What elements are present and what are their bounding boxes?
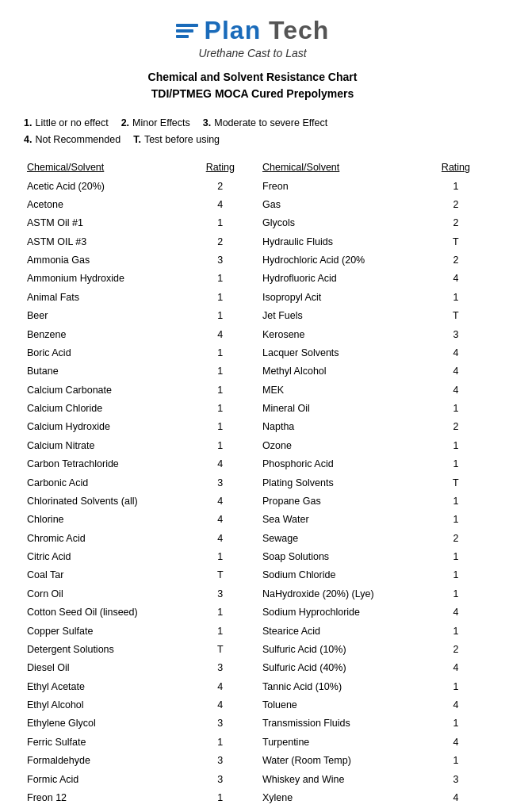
right-chemical-cell: Whiskey and Wine: [259, 771, 430, 789]
right-table-row: Hydrochloric Acid (20% 2: [259, 251, 481, 270]
left-chemical-cell: Copper Sulfate: [24, 622, 195, 641]
left-chemical-cell: Ammonium Hydroxide: [24, 270, 195, 288]
right-table-row: Hydraulic Fluids T: [259, 233, 481, 251]
right-table-row: Methyl Alcohol 4: [259, 362, 481, 381]
right-rating-cell: 3: [430, 771, 481, 789]
right-rating-cell: 4: [430, 362, 481, 381]
left-table-row: Cotton Seed Oil (linseed) 1: [24, 603, 246, 622]
left-rating-cell: 1: [195, 214, 246, 232]
right-rating-cell: 1: [430, 289, 481, 307]
left-chemical-cell: Ferric Sulfate: [24, 733, 195, 752]
left-rating-cell: 1: [195, 307, 246, 325]
right-rating-cell: 4: [430, 789, 481, 807]
right-table-row: Glycols 2: [259, 214, 481, 232]
chart-title: Chemical and Solvent Resistance Chart TD…: [24, 69, 481, 102]
right-rating-cell: 1: [430, 548, 481, 566]
left-rating-cell: 4: [195, 530, 246, 548]
left-rating-cell: 1: [195, 548, 246, 566]
right-rating-cell: 4: [430, 270, 481, 288]
right-table-row: NaHydroxide (20%) (Lye) 1: [259, 585, 481, 603]
left-table-row: Formaldehyde 3: [24, 752, 246, 770]
left-rating-cell: 3: [195, 771, 246, 789]
left-chemical-cell: Calcium Nitrate: [24, 437, 195, 455]
right-chemical-cell: Kerosene: [259, 326, 430, 344]
left-rating-cell: 3: [195, 752, 246, 770]
right-table-row: Phosphoric Acid 1: [259, 455, 481, 473]
left-rating-cell: 1: [195, 289, 246, 307]
right-table-row: Sulfuric Acid (40%) 4: [259, 659, 481, 677]
right-rating-cell: 1: [430, 492, 481, 511]
right-table-row: Sewage 2: [259, 530, 481, 548]
left-rating-cell: 1: [195, 270, 246, 288]
left-rating-cell: 4: [195, 492, 246, 511]
left-chemical-cell: Calcium Chloride: [24, 400, 195, 418]
right-chemical-cell: Soap Solutions: [259, 548, 430, 566]
legend-label-4: Not Recommended: [35, 132, 121, 148]
left-table-row: Beer 1: [24, 307, 246, 325]
left-rating-cell: 4: [195, 196, 246, 214]
right-rating-cell: 3: [430, 326, 481, 344]
left-table-row: Carbon Tetrachloride 4: [24, 455, 246, 473]
right-rating-cell: 1: [430, 566, 481, 584]
left-rating-cell: 1: [195, 418, 246, 436]
left-rating-cell: 1: [195, 437, 246, 455]
left-table-row: Acetone 4: [24, 196, 246, 214]
left-rating-cell: 1: [195, 603, 246, 622]
right-chemical-cell: Hydrochloric Acid (20%: [259, 251, 430, 270]
left-rating-cell: 4: [195, 678, 246, 696]
left-rating-cell: 1: [195, 622, 246, 641]
legend-label-t: Test before using: [144, 132, 220, 148]
legend-num-1: 1.: [24, 115, 32, 132]
left-rating-header: Rating: [195, 160, 246, 178]
left-chemical-cell: Citric Acid: [24, 548, 195, 566]
right-rating-header: Rating: [430, 160, 481, 178]
right-chemical-cell: Propane Gas: [259, 492, 430, 511]
right-chemical-cell: Freon: [259, 178, 430, 196]
left-chemical-cell: Carbonic Acid: [24, 474, 195, 492]
left-rating-cell: 1: [195, 400, 246, 418]
right-rating-cell: T: [430, 307, 481, 325]
left-table-row: Coal Tar T: [24, 566, 246, 584]
left-table-row: Citric Acid 1: [24, 548, 246, 566]
right-table-row: Sodium Chloride 1: [259, 566, 481, 584]
right-rating-cell: 4: [430, 344, 481, 362]
left-table-row: Ferric Sulfate 1: [24, 733, 246, 752]
left-chemical-header: Chemical/Solvent: [24, 160, 195, 178]
left-table-row: Calcium Hydroxide 1: [24, 418, 246, 436]
right-table-row: Propane Gas 1: [259, 492, 481, 511]
right-table-row: Kerosene 3: [259, 326, 481, 344]
right-table-row: MEK 4: [259, 381, 481, 400]
right-rating-cell: 2: [430, 214, 481, 232]
right-rating-cell: 1: [430, 714, 481, 733]
right-table-row: Toluene 4: [259, 696, 481, 714]
left-table-row: Detergent Solutions T: [24, 641, 246, 659]
left-chemical-cell: Benzene: [24, 326, 195, 344]
left-chemical-cell: Coal Tar: [24, 566, 195, 584]
left-table-row: Ethyl Alcohol 4: [24, 696, 246, 714]
left-chemical-cell: ASTM Oil #1: [24, 214, 195, 232]
right-chemical-cell: Jet Fuels: [259, 307, 430, 325]
left-table-row: Ammonia Gas 3: [24, 251, 246, 270]
right-chemical-cell: Turpentine: [259, 733, 430, 752]
logo: Plan Tech: [24, 16, 481, 45]
right-rating-cell: 2: [430, 530, 481, 548]
right-rating-cell: T: [430, 233, 481, 251]
left-rating-cell: T: [195, 566, 246, 584]
right-table: Chemical/Solvent Rating Freon 1 Gas 2 Gl…: [259, 160, 481, 808]
left-chemical-cell: Calcium Carbonate: [24, 381, 195, 400]
left-chemical-cell: Boric Acid: [24, 344, 195, 362]
left-table-row: Chlorinated Solvents (all) 4: [24, 492, 246, 511]
right-chemical-cell: Water (Room Temp): [259, 752, 430, 770]
left-table-row: Animal Fats 1: [24, 289, 246, 307]
left-chemical-cell: Chromic Acid: [24, 530, 195, 548]
left-chemical-cell: Calcium Hydroxide: [24, 418, 195, 436]
right-rating-cell: 4: [430, 733, 481, 752]
right-rating-cell: 2: [430, 418, 481, 436]
left-chemical-cell: Chlorinated Solvents (all): [24, 492, 195, 511]
left-table-row: Butane 1: [24, 362, 246, 381]
legend-label-2: Minor Effects: [132, 115, 190, 132]
right-table-row: Isopropyl Acit 1: [259, 289, 481, 307]
logo-text: Plan Tech: [205, 16, 330, 45]
right-chemical-cell: Xylene: [259, 789, 430, 807]
right-rating-cell: 1: [430, 400, 481, 418]
